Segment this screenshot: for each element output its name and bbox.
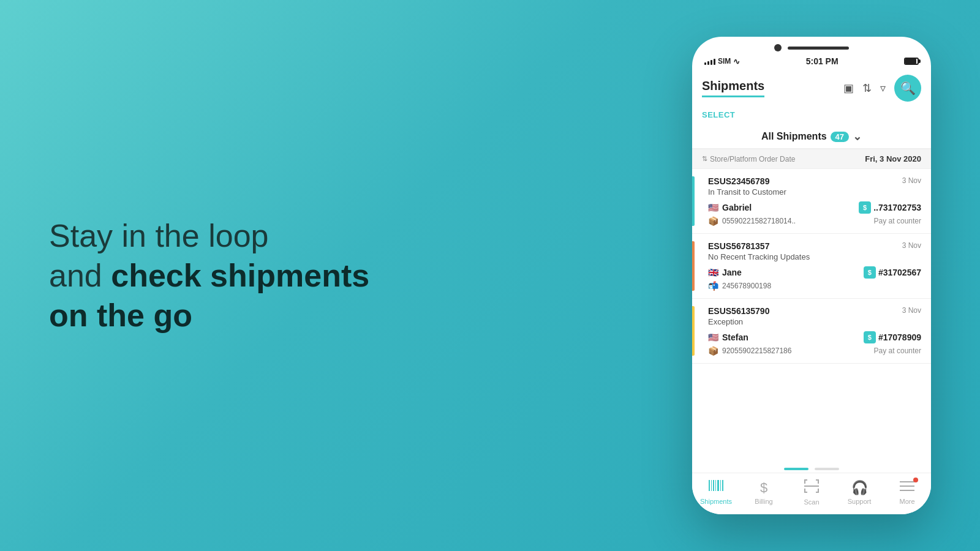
order-icon: $ [864, 266, 876, 279]
signal-bar-4 [714, 59, 715, 65]
notch-bar [788, 47, 849, 50]
svg-rect-8 [804, 479, 805, 484]
carrier-icon: 📦 [708, 346, 718, 356]
card-date: 3 Nov [902, 241, 921, 250]
status-indicator-blue [692, 176, 695, 226]
shipments-list: ESUS23456789 3 Nov In Transit to Custome… [692, 169, 931, 463]
filter-icon[interactable]: ▿ [880, 81, 886, 95]
date-sort-label: ⇅ Store/Platform Order Date [702, 155, 795, 163]
header-top-row: Shipments ▣ ⇅ ▿ 🔍 [702, 75, 921, 102]
customer-row: 🇺🇸 Stefan $ #17078909 [702, 331, 921, 343]
svg-rect-3 [715, 480, 716, 491]
bottom-nav: Shipments $ Billing [692, 473, 931, 514]
payment-label: Pay at counter [874, 217, 921, 225]
svg-rect-17 [900, 485, 914, 487]
search-button[interactable]: 🔍 [894, 75, 921, 102]
wifi-icon: ∿ [733, 57, 740, 66]
card-header-row: ESUS23456789 3 Nov [702, 176, 921, 186]
filter-row[interactable]: All Shipments 47 ⌄ [692, 125, 931, 149]
more-icon [900, 480, 914, 496]
card-status: No Recent Tracking Updates [702, 252, 921, 261]
dollar-icon: $ [760, 480, 767, 496]
left-panel: Stay in the loop and check shipments on … [49, 216, 369, 335]
headset-icon: 🎧 [851, 480, 868, 496]
carrier-label: SIM [718, 57, 731, 66]
nav-label-scan: Scan [804, 498, 819, 506]
carrier-tracking-row: 📦 92055902215827186 Pay at counter [702, 346, 921, 356]
page-title-row: Shipments [702, 79, 764, 97]
filter-pill[interactable]: All Shipments 47 ⌄ [761, 130, 862, 143]
date-separator: ⇅ Store/Platform Order Date Fri, 3 Nov 2… [692, 149, 931, 169]
svg-rect-10 [818, 479, 819, 484]
carrier-icon: 📦 [708, 216, 718, 226]
tracking-id: ESUS56135790 [708, 306, 769, 316]
nav-label-billing: Billing [755, 498, 772, 505]
customer-row: 🇺🇸 Gabriel $ ..731702753 [702, 201, 921, 214]
status-left: SIM ∿ [704, 57, 740, 66]
sort-icon[interactable]: ⇅ [862, 81, 872, 95]
svg-rect-12 [804, 492, 807, 493]
signal-bar-1 [704, 62, 706, 65]
nav-item-support[interactable]: 🎧 Support [841, 480, 878, 505]
card-status: In Transit to Customer [702, 187, 921, 197]
chevron-down-icon: ⌄ [853, 130, 862, 143]
customer-name: 🇺🇸 Stefan [708, 332, 748, 342]
order-ref: $ ..731702753 [859, 201, 921, 214]
tracking-id: ESUS56781357 [708, 241, 769, 251]
svg-rect-2 [713, 480, 714, 491]
svg-rect-6 [722, 480, 723, 491]
barcode-icon [709, 480, 723, 496]
svg-rect-18 [900, 490, 914, 491]
nav-item-billing[interactable]: $ Billing [745, 480, 782, 505]
signal-bars [704, 58, 715, 65]
svg-rect-15 [804, 485, 819, 487]
card-header-row: ESUS56781357 3 Nov [702, 241, 921, 251]
tracking-id: ESUS23456789 [708, 176, 769, 186]
customer-flag: 🇺🇸 [708, 332, 718, 342]
carrier-tracking-number: 92055902215827186 [722, 347, 791, 355]
carrier-tracking-number: 05590221582718014.. [722, 217, 796, 225]
sort-asc-icon: ⇅ [702, 155, 707, 163]
svg-rect-1 [711, 480, 712, 491]
nav-item-scan[interactable]: Scan [793, 479, 830, 506]
search-icon: 🔍 [900, 81, 916, 96]
filter-count-badge: 47 [831, 132, 849, 142]
status-indicator-orange [692, 241, 695, 291]
signal-bar-2 [707, 61, 709, 65]
customer-row: 🇬🇧 Jane $ #31702567 [702, 266, 921, 279]
header-icons: ▣ ⇅ ▿ 🔍 [843, 75, 921, 102]
nav-item-more[interactable]: More [889, 480, 925, 505]
battery-icon [904, 58, 919, 65]
select-label[interactable]: SELECT [702, 110, 735, 119]
scan-icon [804, 479, 819, 497]
tagline-bold: check shipments [111, 258, 369, 293]
svg-rect-5 [720, 480, 721, 491]
shipment-card[interactable]: ESUS56781357 3 Nov No Recent Tracking Up… [692, 234, 931, 299]
status-time: 5:01 PM [806, 56, 839, 66]
order-icon: $ [864, 331, 876, 343]
front-camera [774, 44, 782, 51]
select-row: SELECT [692, 105, 931, 125]
card-status: Exception [702, 317, 921, 326]
tagline-plain: and [49, 258, 111, 293]
svg-rect-14 [816, 492, 819, 493]
copy-icon[interactable]: ▣ [843, 81, 854, 95]
signal-bar-3 [710, 60, 712, 65]
carrier-icon: 📬 [708, 281, 718, 291]
customer-name-label: Stefan [722, 332, 748, 342]
svg-rect-0 [709, 480, 710, 491]
status-indicator-yellow [692, 306, 695, 356]
order-ref-number: #31702567 [878, 268, 921, 277]
status-bar: SIM ∿ 5:01 PM [692, 54, 931, 70]
customer-flag: 🇬🇧 [708, 268, 718, 277]
carrier-tracking-number: 245678900198 [722, 282, 771, 290]
scroll-dot-inactive [815, 468, 839, 470]
phone-mockup: SIM ∿ 5:01 PM Shipments ▣ ⇅ ▿ 🔍 [692, 37, 931, 514]
order-ref: $ #31702567 [864, 266, 921, 279]
svg-rect-4 [717, 480, 719, 491]
scroll-indicator [692, 463, 931, 473]
shipment-card[interactable]: ESUS56135790 3 Nov Exception 🇺🇸 Stefan $… [692, 299, 931, 364]
shipment-card[interactable]: ESUS23456789 3 Nov In Transit to Custome… [692, 169, 931, 234]
tagline-line1: Stay in the loop [49, 218, 268, 253]
nav-item-shipments[interactable]: Shipments [698, 480, 734, 505]
